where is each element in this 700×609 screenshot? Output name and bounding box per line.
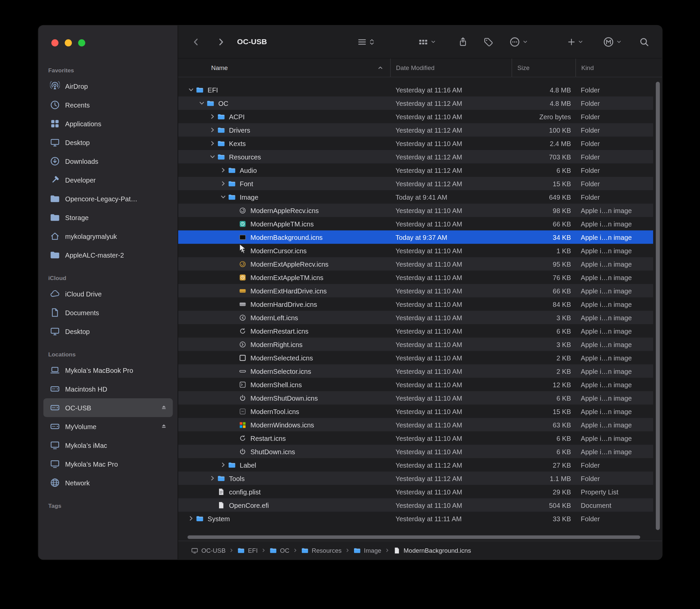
horizontal-scrollbar-thumb[interactable] bbox=[188, 535, 641, 539]
disclosure-triangle[interactable] bbox=[208, 140, 217, 147]
disclosure-triangle[interactable] bbox=[218, 180, 228, 187]
file-row-modernselected-icns[interactable]: ModernSelected.icnsYesterday at 11:10 AM… bbox=[178, 351, 653, 364]
more-actions-button[interactable] bbox=[509, 36, 528, 47]
file-row-modernshell-icns[interactable]: ModernShell.icnsYesterday at 11:10 AM12 … bbox=[178, 378, 653, 391]
minimize-button[interactable] bbox=[65, 39, 72, 46]
file-row-modernrestart-icns[interactable]: ModernRestart.icnsYesterday at 11:10 AM6… bbox=[178, 324, 653, 338]
sidebar-item-mykola-s-macbook-pro[interactable]: Mykola’s MacBook Pro bbox=[43, 361, 173, 380]
file-row-modernselector-icns[interactable]: ModernSelector.icnsYesterday at 11:10 AM… bbox=[178, 364, 653, 378]
file-row-modernextharddrive-icns[interactable]: ModernExtHardDrive.icnsYesterday at 11:1… bbox=[178, 284, 653, 297]
file-row-modernappletm-icns[interactable]: ModernAppleTM.icnsYesterday at 11:10 AM6… bbox=[178, 217, 653, 230]
sidebar-item-documents[interactable]: Documents bbox=[43, 303, 173, 322]
file-name-label: Audio bbox=[240, 167, 257, 174]
file-row-config-plist[interactable]: config.plistYesterday at 11:10 AM29 KBPr… bbox=[178, 485, 653, 499]
disclosure-triangle[interactable] bbox=[197, 100, 207, 106]
file-row-modernwindows-icns[interactable]: ModernWindows.icnsYesterday at 11:10 AM6… bbox=[178, 418, 653, 432]
horizontal-scrollbar[interactable] bbox=[178, 534, 662, 541]
file-row-modernextappletm-icns[interactable]: ModernExtAppleTM.icnsYesterday at 11:10 … bbox=[178, 271, 653, 284]
file-row-efi[interactable]: EFIYesterday at 11:16 AM4.8 MBFolder bbox=[178, 83, 653, 97]
file-row-modernbackground-icns[interactable]: ModernBackground.icnsToday at 9:37 AM34 … bbox=[178, 230, 653, 244]
sidebar-item-mykolagrymalyuk[interactable]: mykolagrymalyuk bbox=[43, 227, 173, 246]
sidebar-item-mykola-s-mac-pro[interactable]: Mykola’s Mac Pro bbox=[43, 455, 173, 473]
file-row-modernshutdown-icns[interactable]: ModernShutDown.icnsYesterday at 11:10 AM… bbox=[178, 391, 653, 405]
group-button[interactable] bbox=[418, 37, 436, 47]
harddisk-icon bbox=[50, 403, 59, 412]
sidebar-item-desktop[interactable]: Desktop bbox=[43, 322, 173, 341]
file-row-kexts[interactable]: KextsYesterday at 11:10 AM2.4 MBFolder bbox=[178, 137, 653, 150]
file-size: Zero bytes bbox=[512, 113, 576, 121]
file-row-modernright-icns[interactable]: ModernRight.icnsYesterday at 11:10 AM3 K… bbox=[178, 338, 653, 351]
sidebar-item-airdrop[interactable]: AirDrop bbox=[43, 77, 173, 95]
sidebar-item-developer[interactable]: Developer bbox=[43, 171, 173, 189]
disclosure-triangle[interactable] bbox=[208, 114, 217, 120]
file-row-moderncursor-icns[interactable]: ModernCursor.icnsYesterday at 11:10 AM1 … bbox=[178, 244, 653, 257]
vertical-scrollbar-thumb[interactable] bbox=[656, 82, 660, 530]
forward-button[interactable] bbox=[216, 37, 225, 46]
disclosure-triangle[interactable] bbox=[218, 167, 228, 174]
file-row-oc[interactable]: OCYesterday at 11:12 AM4.8 MBFolder bbox=[178, 97, 653, 110]
path-item-resources[interactable]: Resources bbox=[301, 547, 342, 554]
sidebar-item-oc-usb[interactable]: OC-USB bbox=[43, 398, 173, 417]
disclosure-triangle[interactable] bbox=[208, 154, 217, 160]
sidebar-item-downloads[interactable]: Downloads bbox=[43, 152, 173, 171]
file-row-modernapplerecv-icns[interactable]: ModernAppleRecv.icnsYesterday at 11:10 A… bbox=[178, 204, 653, 217]
file-row-restart-icns[interactable]: Restart.icnsYesterday at 11:10 AM6 KBApp… bbox=[178, 432, 653, 445]
file-kind: Apple i…n image bbox=[575, 206, 653, 214]
path-item-efi[interactable]: EFI bbox=[238, 547, 258, 554]
file-row-shutdown-icns[interactable]: ShutDown.icnsYesterday at 11:10 AM6 KBAp… bbox=[178, 445, 653, 458]
sidebar-item-storage[interactable]: Storage bbox=[43, 208, 173, 227]
close-button[interactable] bbox=[51, 39, 58, 46]
disclosure-triangle[interactable] bbox=[208, 475, 217, 481]
sidebar-item-applealc-master-2[interactable]: AppleALC-master-2 bbox=[43, 246, 173, 264]
sidebar-item-applications[interactable]: Applications bbox=[43, 114, 173, 133]
file-row-font[interactable]: FontYesterday at 11:12 AM15 KBFolder bbox=[178, 177, 653, 190]
share-button[interactable] bbox=[458, 37, 468, 47]
column-header-date-modified[interactable]: Date Modified bbox=[390, 58, 512, 77]
file-row-image[interactable]: ImageToday at 9:41 AM649 KBFolder bbox=[178, 190, 653, 204]
file-row-modernleft-icns[interactable]: ModernLeft.icnsYesterday at 11:10 AM3 KB… bbox=[178, 311, 653, 324]
column-header-name[interactable]: Name bbox=[178, 58, 390, 77]
disclosure-triangle[interactable] bbox=[218, 194, 228, 200]
disclosure-triangle[interactable] bbox=[186, 87, 196, 93]
zoom-button[interactable] bbox=[78, 39, 85, 46]
path-item-image[interactable]: Image bbox=[354, 547, 382, 554]
view-switcher-button[interactable] bbox=[358, 37, 375, 46]
file-row-moderntool-icns[interactable]: ModernTool.icnsYesterday at 11:10 AM15 K… bbox=[178, 405, 653, 418]
file-name-label: config.plist bbox=[229, 488, 261, 495]
sidebar-item-network[interactable]: Network bbox=[43, 473, 173, 492]
file-row-modernharddrive-icns[interactable]: ModernHardDrive.icnsYesterday at 11:10 A… bbox=[178, 297, 653, 311]
file-row-resources[interactable]: ResourcesYesterday at 11:12 AM703 KBFold… bbox=[178, 150, 653, 163]
sidebar-item-macintosh-hd[interactable]: Macintosh HD bbox=[43, 380, 173, 398]
file-row-audio[interactable]: AudioYesterday at 11:12 AM6 KBFolder bbox=[178, 163, 653, 177]
sidebar-item-recents[interactable]: Recents bbox=[43, 95, 173, 114]
sidebar-item-opencore-legacy-pat[interactable]: Opencore-Legacy-Pat… bbox=[43, 189, 173, 208]
eject-icon[interactable] bbox=[160, 404, 168, 411]
path-item-oc[interactable]: OC bbox=[269, 547, 290, 554]
disclosure-triangle[interactable] bbox=[186, 515, 196, 522]
file-kind: Folder bbox=[575, 140, 653, 147]
path-item-oc-usb[interactable]: OC-USB bbox=[191, 547, 225, 554]
file-row-tools[interactable]: ToolsYesterday at 11:12 AM1.1 MBFolder bbox=[178, 472, 653, 485]
column-header-kind[interactable]: Kind bbox=[575, 58, 662, 77]
sidebar-item-myvolume[interactable]: MyVolume bbox=[43, 417, 173, 436]
disclosure-triangle[interactable] bbox=[208, 127, 217, 133]
sidebar-item-label: iCloud Drive bbox=[65, 290, 102, 298]
new-item-button[interactable] bbox=[567, 38, 583, 46]
file-row-acpi[interactable]: ACPIYesterday at 11:10 AMZero bytesFolde… bbox=[178, 110, 653, 123]
account-menu-button[interactable] bbox=[603, 36, 622, 47]
disclosure-triangle[interactable] bbox=[218, 462, 228, 468]
file-row-system[interactable]: SystemYesterday at 11:11 AM33 KBFolder bbox=[178, 512, 653, 525]
tags-button[interactable] bbox=[484, 37, 493, 47]
file-row-modernextapplerecv-icns[interactable]: ModernExtAppleRecv.icnsYesterday at 11:1… bbox=[178, 257, 653, 271]
sidebar-item-mykola-s-imac[interactable]: Mykola’s iMac bbox=[43, 436, 173, 455]
sidebar-item-icloud-drive[interactable]: iCloud Drive bbox=[43, 284, 173, 303]
path-item-modernbackground-icns[interactable]: ModernBackground.icns bbox=[393, 547, 471, 554]
eject-icon[interactable] bbox=[160, 423, 168, 430]
column-header-size[interactable]: Size bbox=[512, 58, 576, 77]
sidebar-item-desktop[interactable]: Desktop bbox=[43, 133, 173, 152]
search-button[interactable] bbox=[640, 37, 649, 47]
file-row-opencore-efi[interactable]: OpenCore.efiYesterday at 11:10 AM504 KBD… bbox=[178, 499, 653, 512]
file-row-drivers[interactable]: DriversYesterday at 11:12 AM100 KBFolder bbox=[178, 123, 653, 137]
back-button[interactable] bbox=[192, 37, 200, 46]
file-row-label[interactable]: LabelYesterday at 11:12 AM27 KBFolder bbox=[178, 458, 653, 472]
